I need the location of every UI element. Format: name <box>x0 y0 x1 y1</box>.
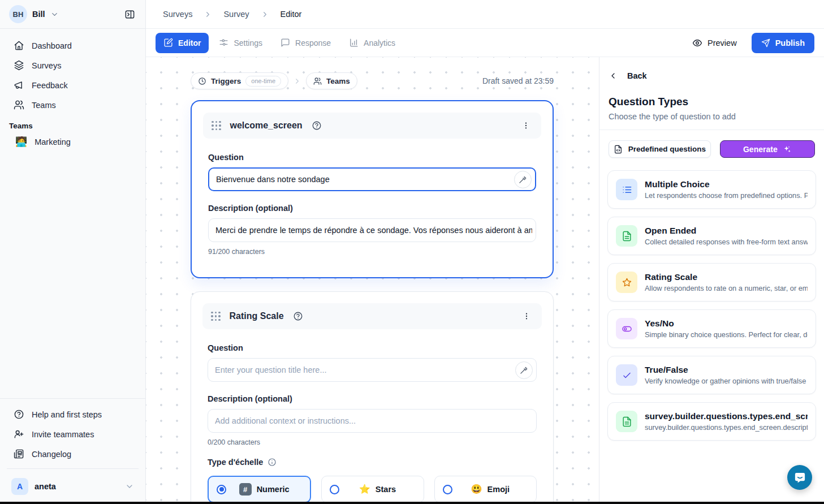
users-icon <box>313 77 322 85</box>
help-circle-icon[interactable] <box>312 120 322 131</box>
chevron-right-icon <box>204 10 212 19</box>
card-header: welcome_screen <box>203 113 541 139</box>
drag-handle-icon[interactable] <box>211 312 221 321</box>
breadcrumb-surveys[interactable]: Surveys <box>163 10 192 19</box>
smiley-emoji-icon: 😃 <box>471 485 482 494</box>
one-time-badge: one-time <box>245 76 281 87</box>
home-icon <box>14 40 24 51</box>
message-square-icon <box>281 38 290 48</box>
tab-settings[interactable]: Settings <box>211 33 270 53</box>
generate-button[interactable]: Generate <box>720 140 815 158</box>
question-type-list: Multiple Choice Let respondents choose f… <box>599 161 824 450</box>
preview-button[interactable]: Preview <box>689 37 740 49</box>
workspace-switcher[interactable]: BH Bill <box>0 0 145 29</box>
tab-response[interactable]: Response <box>273 33 339 53</box>
draft-status: Draft saved at 23:59 <box>482 76 554 85</box>
ai-rewrite-button[interactable] <box>514 171 532 188</box>
chat-widget-button[interactable] <box>787 465 812 490</box>
type-card-true-false[interactable]: True/False Verify knowledge or gather op… <box>607 356 816 394</box>
type-card-yes-no[interactable]: Yes/No Simple binary choice questions. P… <box>607 309 816 348</box>
chevron-down-icon <box>50 10 59 19</box>
file-code-icon <box>614 145 623 154</box>
scale-option-numeric[interactable]: # Numeric <box>208 476 311 502</box>
sidebar-item-invite[interactable]: Invite teammates <box>0 424 145 444</box>
predefined-questions-button[interactable]: Predefined questions <box>609 140 711 158</box>
teams-chip[interactable]: Teams <box>306 72 357 89</box>
tab-analytics[interactable]: Analytics <box>341 33 403 53</box>
sidebar-item-label: Help and first steps <box>32 410 102 419</box>
radio-icon <box>443 485 452 494</box>
sidebar-item-help[interactable]: Help and first steps <box>0 404 145 424</box>
type-title: Open Ended <box>645 226 808 236</box>
help-circle-icon[interactable] <box>293 311 303 321</box>
scale-option-stars[interactable]: ⭐ Stars <box>321 476 424 502</box>
editor-toolbar: Editor Settings Response Analytics Previ… <box>146 29 824 57</box>
card-menu-button[interactable] <box>520 311 533 322</box>
file-text-icon <box>616 225 637 247</box>
window-bottom-edge <box>0 502 824 504</box>
sidebar-nav: Dashboard Surveys Feedback Teams Teams 🧑… <box>0 29 145 151</box>
team-item-label: Marketing <box>34 137 71 147</box>
type-card-rating-scale[interactable]: Rating Scale Allow respondents to rate o… <box>607 263 816 301</box>
card-title: welcome_screen <box>230 120 303 131</box>
panel-actions: Predefined questions Generate <box>599 130 824 161</box>
description-input-wrap <box>208 409 537 433</box>
sidebar-item-feedback[interactable]: Feedback <box>0 75 145 95</box>
magic-wand-icon <box>519 175 527 184</box>
collapse-sidebar-button[interactable] <box>122 7 137 22</box>
sidebar-item-label: Teams <box>32 101 56 110</box>
teams-chip-label: Teams <box>326 77 350 85</box>
sparkles-icon <box>783 145 792 154</box>
rating-scale-card: Rating Scale Question Description (o <box>191 291 554 502</box>
chevron-left-icon <box>609 71 618 80</box>
type-description: Allow respondents to rate on a numeric, … <box>645 284 808 292</box>
question-label: Question <box>208 153 536 162</box>
sidebar-item-surveys[interactable]: Surveys <box>0 55 145 75</box>
card-title: Rating Scale <box>230 311 284 321</box>
description-label: Description (optional) <box>208 394 537 403</box>
newspaper-icon <box>14 449 24 459</box>
question-input[interactable] <box>216 175 510 184</box>
breadcrumb-survey[interactable]: Survey <box>223 10 249 19</box>
type-title: survey.builder.questions.types.end_scr..… <box>645 411 808 421</box>
sidebar-item-changelog[interactable]: Changelog <box>0 444 145 464</box>
technologist-emoji-icon: 🧑‍💻 <box>15 137 27 147</box>
tab-editor[interactable]: Editor <box>156 33 209 53</box>
scale-option-label: Numeric <box>257 485 290 494</box>
drag-handle-icon[interactable] <box>212 121 221 131</box>
account-avatar: A <box>11 478 28 495</box>
publish-button[interactable]: Publish <box>752 33 814 53</box>
kebab-icon <box>522 312 531 321</box>
generate-label: Generate <box>743 145 778 154</box>
question-types-panel: Back Question Types Choose the type of q… <box>599 57 824 504</box>
breadcrumb-editor[interactable]: Editor <box>281 10 302 19</box>
type-card-multiple-choice[interactable]: Multiple Choice Let respondents choose f… <box>607 170 816 209</box>
account-switcher[interactable]: A aneta <box>7 475 139 498</box>
breadcrumb: Surveys Survey Editor <box>146 0 824 29</box>
triggers-chip[interactable]: Triggers one-time <box>191 72 288 89</box>
toggle-icon <box>616 318 637 339</box>
description-input[interactable] <box>215 226 532 235</box>
panel-collapse-icon <box>124 9 135 20</box>
info-circle-icon[interactable] <box>268 458 277 467</box>
question-input[interactable] <box>215 365 511 374</box>
chat-bubble-icon <box>793 471 806 484</box>
sidebar-item-teams[interactable]: Teams <box>0 95 145 115</box>
type-card-open-ended[interactable]: Open Ended Collect detailed responses wi… <box>607 217 816 255</box>
back-button[interactable]: Back <box>599 57 824 80</box>
type-title: Yes/No <box>645 318 808 329</box>
scale-option-emoji[interactable]: 😃 Emoji <box>434 476 537 502</box>
description-input[interactable] <box>215 416 533 425</box>
ai-rewrite-button[interactable] <box>515 361 533 379</box>
sidebar: BH Bill Dashboard Surveys F <box>0 0 146 504</box>
card-menu-button[interactable] <box>519 120 533 131</box>
sliders-icon <box>219 38 228 48</box>
type-card-end-screen[interactable]: survey.builder.questions.types.end_scr..… <box>607 402 816 441</box>
radio-selected-icon <box>217 485 226 494</box>
user-plus-icon <box>14 429 24 440</box>
predefined-questions-label: Predefined questions <box>628 145 706 153</box>
sidebar-item-marketing[interactable]: 🧑‍💻 Marketing <box>0 132 145 151</box>
sidebar-item-dashboard[interactable]: Dashboard <box>0 36 145 55</box>
tab-label: Analytics <box>364 38 395 48</box>
scale-option-label: Stars <box>376 485 396 494</box>
